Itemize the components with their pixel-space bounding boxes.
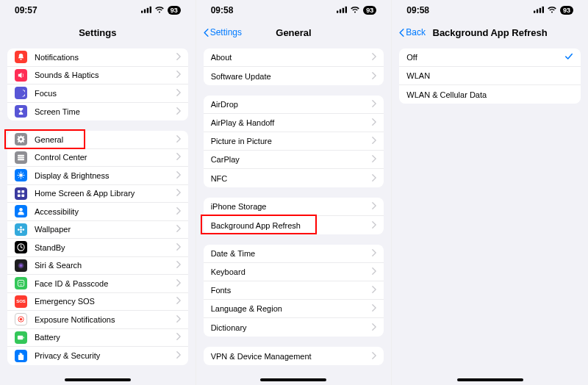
battery-indicator: 93	[168, 6, 181, 15]
chevron-right-icon	[372, 52, 376, 62]
page-title: Background App Refresh	[433, 27, 548, 38]
row-general[interactable]: General	[7, 131, 188, 149]
row-label: Software Update	[211, 72, 373, 81]
content-area: Notifications Sounds & Haptics Focus Scr…	[0, 44, 196, 385]
moon-icon	[15, 87, 27, 99]
content-area: Off WLAN WLAN & Cellular Data	[392, 44, 588, 385]
back-label: Back	[406, 27, 426, 37]
chevron-right-icon	[176, 107, 181, 117]
svg-rect-31	[534, 11, 535, 13]
chevron-right-icon	[176, 224, 181, 234]
svg-rect-28	[340, 10, 341, 13]
svg-point-24	[20, 318, 23, 321]
page-title: Settings	[79, 27, 116, 38]
chevron-right-icon	[372, 154, 376, 165]
row-background-app-refresh[interactable]: Background App Refresh	[204, 216, 384, 234]
settings-group: VPN & Device Management	[204, 347, 384, 365]
row-dictionary[interactable]: Dictionary	[204, 318, 384, 337]
row-carplay[interactable]: CarPlay	[204, 151, 384, 169]
row-battery[interactable]: Battery	[7, 329, 188, 348]
row-label: WLAN	[406, 71, 573, 80]
row-label: AirPlay & Handoff	[211, 118, 373, 127]
chevron-right-icon	[176, 188, 181, 198]
chevron-right-icon	[176, 350, 181, 361]
home-indicator[interactable]	[457, 378, 523, 381]
person-icon	[15, 205, 27, 217]
svg-rect-26	[24, 337, 24, 338]
phone-screen-2: 09:58 93 BackBackground App Refresh Off …	[392, 0, 588, 385]
row-exposure-notifications[interactable]: Exposure Notifications	[7, 311, 188, 329]
grid-icon	[15, 187, 27, 200]
row-sounds-haptics[interactable]: Sounds & Haptics	[7, 67, 188, 85]
row-label: Accessibility	[35, 207, 176, 216]
svg-rect-10	[18, 194, 21, 197]
row-focus[interactable]: Focus	[7, 84, 188, 103]
row-keyboard[interactable]: Keyboard	[204, 263, 384, 281]
row-standby[interactable]: StandBy	[7, 239, 188, 257]
clock-icon	[15, 241, 27, 253]
flower-icon	[15, 223, 27, 236]
chevron-right-icon	[176, 134, 181, 145]
row-privacy-security[interactable]: Privacy & Security	[7, 347, 188, 365]
svg-point-7	[19, 173, 23, 177]
row-label: Home Screen & App Library	[35, 189, 176, 198]
row-label: General	[35, 135, 176, 144]
row-about[interactable]: About	[204, 48, 384, 67]
back-button[interactable]: Settings	[204, 27, 242, 37]
svg-point-19	[18, 262, 24, 269]
chevron-right-icon	[372, 71, 376, 82]
status-time: 09:57	[15, 5, 37, 15]
chevron-right-icon	[372, 285, 376, 295]
nav-bar: BackBackground App Refresh	[392, 21, 588, 44]
row-screen-time[interactable]: Screen Time	[7, 103, 188, 121]
status-indicators: 93	[534, 5, 573, 15]
chevron-right-icon	[372, 118, 376, 128]
chevron-right-icon	[176, 242, 181, 253]
row-fonts[interactable]: Fonts	[204, 281, 384, 300]
row-label: Display & Brightness	[35, 171, 176, 180]
gear-icon	[15, 133, 27, 145]
row-accessibility[interactable]: Accessibility	[7, 203, 188, 221]
battery-indicator: 93	[363, 6, 376, 15]
row-label: Battery	[35, 333, 176, 342]
row-display-brightness[interactable]: Display & Brightness	[7, 167, 188, 185]
svg-rect-5	[18, 156, 24, 158]
row-label: Language & Region	[211, 304, 373, 313]
row-face-id-passcode[interactable]: Face ID & Passcode	[7, 275, 188, 293]
row-label: Wallpaper	[35, 225, 176, 234]
row-wlan[interactable]: WLAN	[399, 67, 581, 85]
home-indicator[interactable]	[260, 378, 326, 381]
row-iphone-storage[interactable]: iPhone Storage	[204, 198, 384, 216]
row-siri-search[interactable]: Siri & Search	[7, 257, 188, 276]
speaker-icon	[15, 69, 27, 82]
row-label: Screen Time	[35, 107, 176, 116]
row-label: Sounds & Haptics	[35, 71, 176, 79]
row-wallpaper[interactable]: Wallpaper	[7, 221, 188, 240]
row-control-center[interactable]: Control Center	[7, 149, 188, 168]
row-language-region[interactable]: Language & Region	[204, 300, 384, 318]
row-wlan-cellular-data[interactable]: WLAN & Cellular Data	[399, 85, 581, 104]
row-airdrop[interactable]: AirDrop	[204, 96, 384, 114]
row-software-update[interactable]: Software Update	[204, 67, 384, 85]
row-label: Control Center	[35, 153, 176, 162]
row-label: About	[211, 53, 373, 62]
back-button[interactable]: Back	[399, 27, 426, 37]
row-airplay-handoff[interactable]: AirPlay & Handoff	[204, 114, 384, 132]
row-picture-in-picture[interactable]: Picture in Picture	[204, 132, 384, 151]
row-off[interactable]: Off	[399, 48, 581, 67]
row-home-screen-app-library[interactable]: Home Screen & App Library	[7, 185, 188, 204]
row-date-time[interactable]: Date & Time	[204, 245, 384, 263]
row-nfc[interactable]: NFC	[204, 169, 384, 187]
phone-screen-1: 09:58 93 SettingsGeneral About Software …	[196, 0, 392, 385]
page-title: General	[276, 27, 311, 38]
home-indicator[interactable]	[65, 378, 131, 381]
svg-point-17	[22, 229, 24, 231]
phone-screen-0: 09:57 93 Settings Notifications Sounds &…	[0, 0, 196, 385]
row-notifications[interactable]: Notifications	[7, 48, 188, 67]
hourglass-icon	[15, 105, 27, 118]
row-emergency-sos[interactable]: SOS Emergency SOS	[7, 293, 188, 312]
settings-group: iPhone Storage Background App Refresh	[204, 198, 384, 234]
row-vpn-device-management[interactable]: VPN & Device Management	[204, 347, 384, 365]
svg-point-12	[19, 208, 23, 212]
settings-group: About Software Update	[204, 48, 384, 85]
